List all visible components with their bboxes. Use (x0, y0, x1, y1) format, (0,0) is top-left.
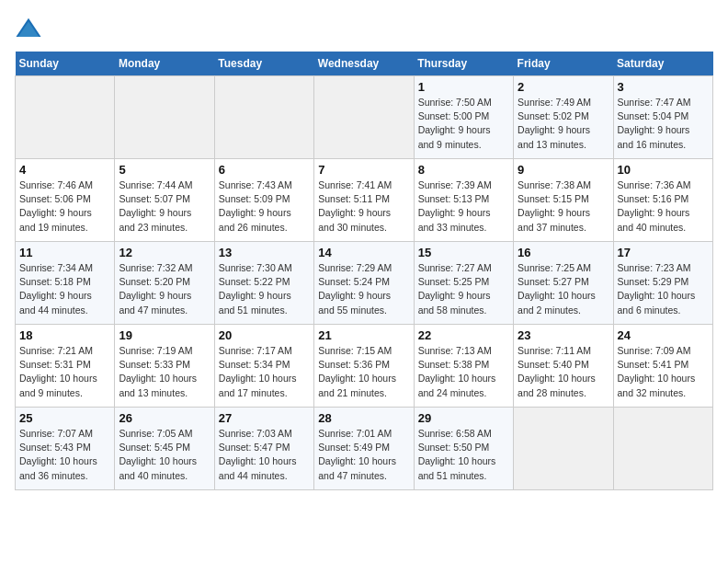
logo (15, 15, 46, 42)
calendar-cell: 7Sunrise: 7:41 AM Sunset: 5:11 PM Daylig… (314, 159, 414, 242)
calendar-cell: 20Sunrise: 7:17 AM Sunset: 5:34 PM Dayli… (214, 325, 313, 408)
day-number: 1 (418, 80, 509, 94)
calendar-week-row: 4Sunrise: 7:46 AM Sunset: 5:06 PM Daylig… (16, 159, 713, 242)
weekday-header: Wednesday (314, 52, 414, 76)
day-info: Sunrise: 7:46 AM Sunset: 5:06 PM Dayligh… (19, 178, 110, 235)
day-number: 25 (19, 411, 110, 425)
weekday-header: Friday (514, 52, 613, 76)
day-info: Sunrise: 7:49 AM Sunset: 5:02 PM Dayligh… (518, 96, 609, 152)
day-info: Sunrise: 7:15 AM Sunset: 5:36 PM Dayligh… (318, 344, 409, 400)
weekday-header-row: SundayMondayTuesdayWednesdayThursdayFrid… (16, 52, 713, 76)
day-number: 20 (219, 328, 310, 342)
day-info: Sunrise: 7:32 AM Sunset: 5:20 PM Dayligh… (119, 261, 210, 317)
day-info: Sunrise: 7:34 AM Sunset: 5:18 PM Dayligh… (19, 261, 110, 317)
calendar-cell: 13Sunrise: 7:30 AM Sunset: 5:22 PM Dayli… (214, 242, 313, 325)
day-info: Sunrise: 7:01 AM Sunset: 5:49 PM Dayligh… (318, 427, 409, 483)
calendar-cell: 27Sunrise: 7:03 AM Sunset: 5:47 PM Dayli… (214, 408, 313, 490)
calendar-cell: 12Sunrise: 7:32 AM Sunset: 5:20 PM Dayli… (115, 242, 214, 325)
calendar-week-row: 1Sunrise: 7:50 AM Sunset: 5:00 PM Daylig… (16, 76, 713, 159)
day-number: 11 (19, 246, 110, 259)
day-number: 9 (518, 163, 609, 177)
calendar-cell: 24Sunrise: 7:09 AM Sunset: 5:41 PM Dayli… (613, 325, 712, 408)
calendar-cell: 23Sunrise: 7:11 AM Sunset: 5:40 PM Dayli… (514, 325, 613, 408)
weekday-header: Sunday (16, 52, 115, 76)
day-number: 3 (618, 80, 709, 94)
calendar-cell: 14Sunrise: 7:29 AM Sunset: 5:24 PM Dayli… (314, 242, 414, 325)
day-number: 13 (219, 246, 310, 259)
day-number: 28 (318, 411, 409, 425)
day-info: Sunrise: 7:30 AM Sunset: 5:22 PM Dayligh… (219, 261, 310, 317)
day-info: Sunrise: 7:13 AM Sunset: 5:38 PM Dayligh… (418, 344, 509, 400)
day-number: 2 (518, 80, 609, 94)
day-info: Sunrise: 7:43 AM Sunset: 5:09 PM Dayligh… (219, 178, 310, 235)
calendar-cell: 9Sunrise: 7:38 AM Sunset: 5:15 PM Daylig… (514, 159, 613, 242)
day-number: 19 (119, 328, 210, 342)
calendar-week-row: 18Sunrise: 7:21 AM Sunset: 5:31 PM Dayli… (16, 325, 713, 408)
day-info: Sunrise: 7:21 AM Sunset: 5:31 PM Dayligh… (19, 344, 110, 400)
calendar-cell: 21Sunrise: 7:15 AM Sunset: 5:36 PM Dayli… (314, 325, 414, 408)
day-number: 29 (418, 411, 509, 425)
day-info: Sunrise: 6:58 AM Sunset: 5:50 PM Dayligh… (418, 427, 509, 483)
calendar-cell (514, 408, 613, 490)
day-info: Sunrise: 7:39 AM Sunset: 5:13 PM Dayligh… (418, 178, 509, 235)
day-number: 27 (219, 411, 310, 425)
calendar-cell: 28Sunrise: 7:01 AM Sunset: 5:49 PM Dayli… (314, 408, 414, 490)
calendar-cell: 29Sunrise: 6:58 AM Sunset: 5:50 PM Dayli… (414, 408, 513, 490)
day-number: 22 (418, 328, 509, 342)
calendar-cell: 25Sunrise: 7:07 AM Sunset: 5:43 PM Dayli… (16, 408, 115, 490)
calendar-cell: 22Sunrise: 7:13 AM Sunset: 5:38 PM Dayli… (414, 325, 513, 408)
day-info: Sunrise: 7:47 AM Sunset: 5:04 PM Dayligh… (618, 96, 709, 152)
calendar-cell: 26Sunrise: 7:05 AM Sunset: 5:45 PM Dayli… (115, 408, 214, 490)
day-info: Sunrise: 7:41 AM Sunset: 5:11 PM Dayligh… (318, 178, 409, 235)
weekday-header: Monday (115, 52, 214, 76)
calendar-cell: 4Sunrise: 7:46 AM Sunset: 5:06 PM Daylig… (16, 159, 115, 242)
weekday-header: Thursday (414, 52, 513, 76)
day-info: Sunrise: 7:11 AM Sunset: 5:40 PM Dayligh… (518, 344, 609, 400)
day-info: Sunrise: 7:05 AM Sunset: 5:45 PM Dayligh… (119, 427, 210, 483)
day-info: Sunrise: 7:27 AM Sunset: 5:25 PM Dayligh… (418, 261, 509, 317)
day-number: 21 (318, 328, 409, 342)
calendar-cell: 15Sunrise: 7:27 AM Sunset: 5:25 PM Dayli… (414, 242, 513, 325)
day-info: Sunrise: 7:09 AM Sunset: 5:41 PM Dayligh… (618, 344, 709, 400)
day-number: 17 (618, 246, 709, 259)
day-number: 18 (19, 328, 110, 342)
logo-icon (15, 15, 42, 42)
calendar-cell: 17Sunrise: 7:23 AM Sunset: 5:29 PM Dayli… (613, 242, 712, 325)
day-number: 7 (318, 163, 409, 177)
day-number: 10 (618, 163, 709, 177)
calendar-cell (613, 408, 712, 490)
day-info: Sunrise: 7:19 AM Sunset: 5:33 PM Dayligh… (119, 344, 210, 400)
calendar-cell: 11Sunrise: 7:34 AM Sunset: 5:18 PM Dayli… (16, 242, 115, 325)
day-info: Sunrise: 7:25 AM Sunset: 5:27 PM Dayligh… (518, 261, 609, 317)
day-number: 23 (518, 328, 609, 342)
weekday-header: Tuesday (214, 52, 313, 76)
calendar-week-row: 11Sunrise: 7:34 AM Sunset: 5:18 PM Dayli… (16, 242, 713, 325)
day-info: Sunrise: 7:07 AM Sunset: 5:43 PM Dayligh… (19, 427, 110, 483)
calendar-cell: 2Sunrise: 7:49 AM Sunset: 5:02 PM Daylig… (514, 76, 613, 159)
calendar-table: SundayMondayTuesdayWednesdayThursdayFrid… (15, 52, 713, 490)
day-number: 26 (119, 411, 210, 425)
day-number: 5 (119, 163, 210, 177)
day-info: Sunrise: 7:38 AM Sunset: 5:15 PM Dayligh… (518, 178, 609, 235)
day-number: 12 (119, 246, 210, 259)
calendar-cell: 3Sunrise: 7:47 AM Sunset: 5:04 PM Daylig… (613, 76, 712, 159)
calendar-cell: 10Sunrise: 7:36 AM Sunset: 5:16 PM Dayli… (613, 159, 712, 242)
day-number: 24 (618, 328, 709, 342)
day-number: 4 (19, 163, 110, 177)
calendar-cell: 8Sunrise: 7:39 AM Sunset: 5:13 PM Daylig… (414, 159, 513, 242)
calendar-cell: 18Sunrise: 7:21 AM Sunset: 5:31 PM Dayli… (16, 325, 115, 408)
day-number: 16 (518, 246, 609, 259)
calendar-cell (115, 76, 214, 159)
day-info: Sunrise: 7:29 AM Sunset: 5:24 PM Dayligh… (318, 261, 409, 317)
day-number: 8 (418, 163, 509, 177)
calendar-cell (314, 76, 414, 159)
calendar-cell: 16Sunrise: 7:25 AM Sunset: 5:27 PM Dayli… (514, 242, 613, 325)
day-number: 14 (318, 246, 409, 259)
calendar-cell: 6Sunrise: 7:43 AM Sunset: 5:09 PM Daylig… (214, 159, 313, 242)
calendar-cell (214, 76, 313, 159)
calendar-cell (16, 76, 115, 159)
day-info: Sunrise: 7:23 AM Sunset: 5:29 PM Dayligh… (618, 261, 709, 317)
day-info: Sunrise: 7:44 AM Sunset: 5:07 PM Dayligh… (119, 178, 210, 235)
weekday-header: Saturday (613, 52, 712, 76)
calendar-cell: 5Sunrise: 7:44 AM Sunset: 5:07 PM Daylig… (115, 159, 214, 242)
